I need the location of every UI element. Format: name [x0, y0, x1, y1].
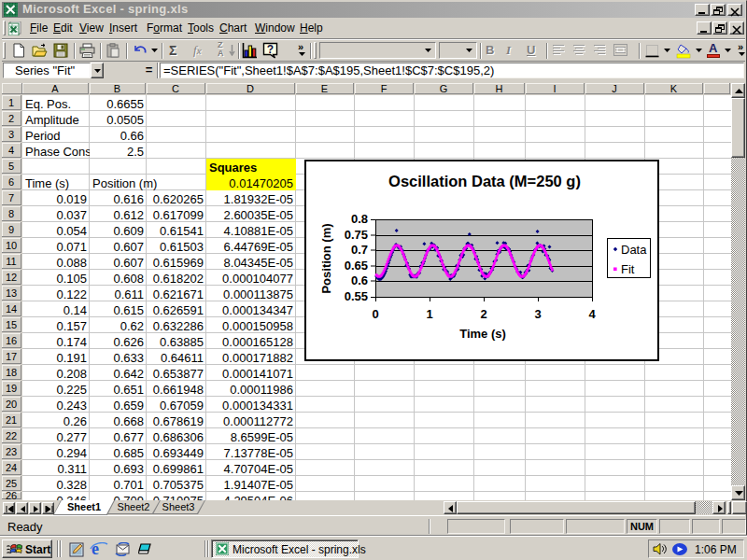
svg-text:Position (m): Position (m) [319, 223, 333, 293]
svg-text:0: 0 [372, 307, 378, 321]
svg-text:0.55: 0.55 [345, 289, 368, 303]
svg-text:3: 3 [534, 307, 541, 321]
svg-text:0.6: 0.6 [351, 273, 368, 287]
svg-text:Oscillation Data (M=250 g): Oscillation Data (M=250 g) [388, 173, 581, 189]
svg-text:2: 2 [480, 307, 486, 321]
svg-text:0.7: 0.7 [351, 243, 368, 257]
svg-text:Data: Data [621, 243, 647, 257]
svg-text:0.65: 0.65 [345, 259, 368, 273]
svg-text:4: 4 [588, 307, 596, 321]
svg-text:0.75: 0.75 [345, 228, 368, 242]
svg-text:?: ? [267, 43, 274, 56]
svg-text:Time (s): Time (s) [459, 327, 506, 341]
svg-text:Fit: Fit [621, 262, 635, 276]
svg-text:0.8: 0.8 [351, 212, 368, 226]
svg-text:1: 1 [426, 307, 432, 321]
